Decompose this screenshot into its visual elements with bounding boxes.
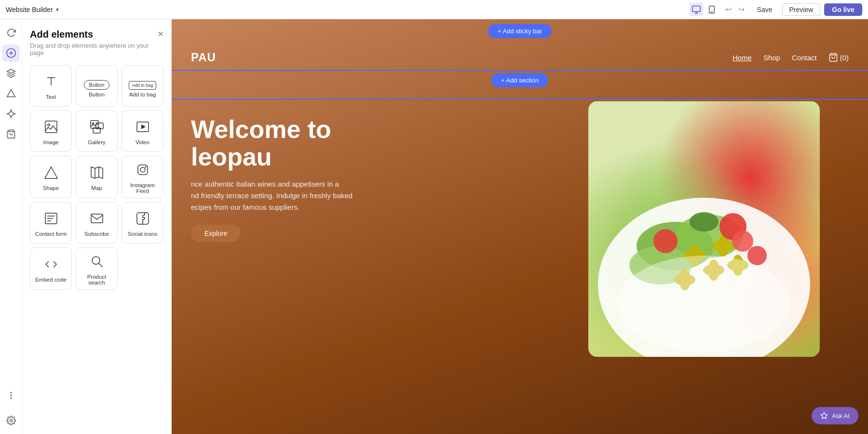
text-icon: [43, 74, 59, 91]
video-icon: [135, 119, 150, 136]
element-social-icons[interactable]: Social icons: [122, 202, 163, 244]
add-sticky-bar-button[interactable]: + Add sticky bar: [488, 24, 552, 38]
ask-ai-button[interactable]: Ask AI: [812, 407, 858, 424]
main-layout: Add elements × Drag and drop elements an…: [0, 19, 868, 434]
element-video[interactable]: Video: [122, 110, 163, 152]
nav-link-shop[interactable]: Shop: [763, 54, 780, 62]
shapes-icon[interactable]: [2, 85, 20, 102]
map-icon: [89, 165, 105, 182]
ai-sparkle-icon[interactable]: [2, 105, 20, 122]
save-button[interactable]: Save: [751, 4, 778, 15]
settings-icon[interactable]: [2, 412, 20, 429]
nav-link-home[interactable]: Home: [732, 54, 752, 62]
layers-icon[interactable]: [2, 65, 20, 82]
preview-button[interactable]: Preview: [782, 3, 821, 16]
undo-button[interactable]: ↩: [722, 3, 734, 16]
svg-marker-61: [821, 412, 827, 419]
add-to-bag-label: Add to bag: [129, 92, 156, 97]
svg-point-56: [732, 231, 753, 252]
canvas-nav-links: Home Shop Contact (0): [732, 53, 849, 62]
hero-body: nce authentic Italian wines and appetise…: [191, 178, 353, 213]
svg-point-60: [617, 256, 791, 352]
go-live-button[interactable]: Go live: [824, 3, 862, 16]
canvas-nav: PAU Home Shop Contact (0): [172, 46, 868, 69]
element-add-to-bag[interactable]: Add to bag Add to bag: [122, 65, 163, 107]
element-instagram[interactable]: Instagram Feed: [122, 156, 163, 198]
chevron-down-icon[interactable]: ▾: [56, 6, 59, 13]
canvas-hero: Welcome toleopau nce authentic Italian w…: [191, 116, 353, 242]
shape-icon: [43, 165, 59, 182]
svg-point-58: [747, 246, 767, 265]
instagram-label: Instagram Feed: [126, 182, 159, 194]
svg-point-14: [10, 420, 12, 422]
cart-count: (0): [840, 54, 849, 62]
top-bar-left: Website Builder ▾: [6, 6, 59, 14]
gallery-icon: [89, 119, 105, 136]
element-text[interactable]: Text: [30, 65, 72, 107]
cart-icon-area[interactable]: (0): [828, 53, 849, 62]
product-search-icon: [89, 254, 105, 271]
element-map[interactable]: Map: [76, 156, 118, 198]
product-search-label: Product search: [80, 274, 113, 285]
video-label: Video: [136, 139, 149, 145]
element-embed-code[interactable]: Embed code: [30, 247, 72, 290]
image-icon: [43, 119, 59, 136]
food-image: [588, 101, 820, 357]
store-icon[interactable]: [2, 125, 20, 143]
panel-close-button[interactable]: ×: [158, 29, 163, 39]
subscribe-icon: [89, 211, 105, 228]
social-icons-icon: [135, 211, 150, 228]
svg-point-31: [145, 166, 146, 168]
desktop-icon[interactable]: [690, 3, 703, 16]
svg-point-30: [140, 167, 145, 172]
button-label: Button: [89, 92, 105, 97]
ask-ai-label: Ask AI: [832, 412, 850, 420]
svg-point-11: [11, 392, 12, 393]
element-contact-form[interactable]: Contact form: [30, 202, 72, 244]
pasta-svg: [588, 101, 820, 357]
add-elements-icon[interactable]: [2, 44, 20, 62]
nav-link-contact[interactable]: Contact: [792, 54, 817, 62]
embed-code-icon: [43, 257, 59, 274]
add-section-button[interactable]: + Add section: [491, 73, 548, 87]
svg-point-18: [48, 124, 50, 126]
device-switcher: [690, 3, 719, 16]
element-shape[interactable]: Shape: [30, 156, 72, 198]
svg-marker-9: [7, 110, 15, 118]
svg-marker-8: [7, 69, 15, 73]
more-icon[interactable]: [2, 387, 20, 404]
svg-rect-19: [91, 121, 98, 128]
panel-title: Add elements: [30, 29, 93, 40]
explore-button[interactable]: Explore: [191, 225, 241, 242]
svg-point-57: [653, 229, 678, 253]
section-border-top: [172, 70, 868, 71]
map-label: Map: [91, 185, 102, 191]
element-gallery[interactable]: Gallery: [76, 110, 118, 152]
hero-title: Welcome toleopau: [191, 116, 353, 171]
app-title: Website Builder: [6, 6, 53, 14]
svg-line-39: [99, 263, 103, 267]
redo-button[interactable]: ↪: [735, 3, 747, 16]
svg-rect-0: [692, 6, 700, 12]
elements-grid: Text Button Button Add to bag Add to bag: [30, 65, 163, 290]
canvas-logo: PAU: [191, 51, 216, 64]
canvas-area: + Add sticky bar + Add section PAU Home …: [172, 19, 868, 434]
element-product-search[interactable]: Product search: [76, 247, 118, 290]
shape-label: Shape: [43, 185, 59, 191]
text-label: Text: [46, 94, 56, 100]
top-bar-right: ↩ ↪ Save Preview Go live: [690, 3, 862, 16]
element-image[interactable]: Image: [30, 110, 72, 152]
svg-rect-36: [91, 214, 103, 223]
element-button[interactable]: Button Button: [76, 65, 118, 107]
instagram-icon: [135, 162, 150, 179]
undo-redo-controls: ↩ ↪: [722, 3, 747, 16]
svg-marker-24: [141, 124, 146, 129]
element-subscribe[interactable]: Subscribe: [76, 202, 118, 244]
refresh-icon[interactable]: [2, 24, 20, 41]
svg-point-20: [92, 123, 94, 124]
svg-point-13: [11, 398, 12, 399]
sidebar-icons: [0, 19, 22, 434]
panel-header: Add elements ×: [30, 29, 163, 40]
mobile-icon[interactable]: [705, 3, 719, 16]
add-to-bag-icon: Add to bag: [129, 76, 157, 89]
